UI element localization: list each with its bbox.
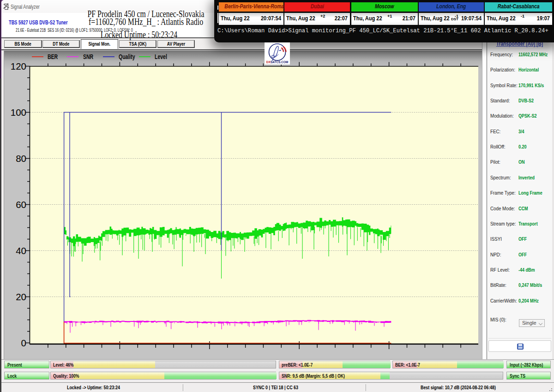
svg-text:DXSATCS.COM: DXSATCS.COM [266, 60, 289, 64]
svg-text:20: 20 [16, 291, 26, 302]
svg-text:80: 80 [16, 153, 26, 164]
svg-text:40: 40 [16, 245, 26, 256]
svg-text:100: 100 [11, 107, 26, 118]
svg-text:120: 120 [11, 61, 26, 71]
svg-text:60: 60 [16, 199, 26, 210]
svg-text:0: 0 [21, 338, 26, 348]
